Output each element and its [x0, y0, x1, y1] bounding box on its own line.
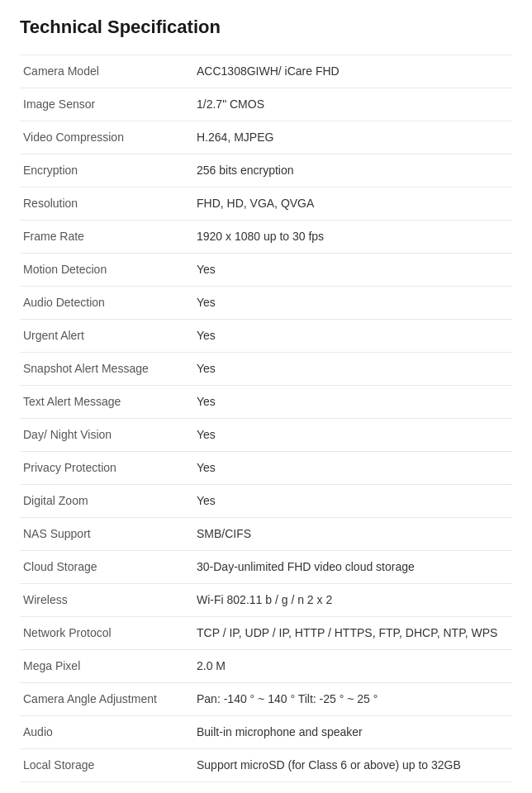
spec-label: Day/ Night Vision: [20, 419, 193, 452]
spec-label: Digital Zoom: [20, 485, 193, 518]
spec-value: H.264, MJPEG: [193, 121, 512, 154]
table-row: Dimensions & Weight80 x 80 x 80 mm³, 222…: [20, 782, 512, 794]
spec-table: Camera ModelACC1308GIWH/ iCare FHDImage …: [20, 55, 512, 793]
table-row: Video CompressionH.264, MJPEG: [20, 121, 512, 154]
spec-label: Video Compression: [20, 121, 193, 154]
spec-label: NAS Support: [20, 518, 193, 551]
spec-value: ACC1308GIWH/ iCare FHD: [193, 55, 512, 88]
spec-value: Yes: [193, 254, 512, 287]
table-row: Text Alert MessageYes: [20, 386, 512, 419]
spec-label: Privacy Protection: [20, 452, 193, 485]
table-row: Mega Pixel2.0 M: [20, 650, 512, 683]
spec-value: Built-in microphone and speaker: [193, 716, 512, 749]
spec-value: 256 bits encryption: [193, 154, 512, 188]
table-row: Camera ModelACC1308GIWH/ iCare FHD: [20, 55, 512, 88]
table-row: Camera Angle AdjustmentPan: -140 ° ~ 140…: [20, 683, 512, 716]
spec-label: Network Protocol: [20, 617, 193, 650]
spec-label: Wireless: [20, 584, 193, 617]
page-title: Technical Specification: [20, 17, 512, 38]
spec-value: SMB/CIFS: [193, 518, 512, 551]
table-row: Audio DetectionYes: [20, 287, 512, 320]
spec-value: Pan: -140 ° ~ 140 ° Tilt: -25 ° ~ 25 °: [193, 683, 512, 716]
spec-label: Audio Detection: [20, 287, 193, 320]
spec-value: 2.0 M: [193, 650, 512, 683]
spec-value: Yes: [193, 419, 512, 452]
spec-value: Support microSD (for Class 6 or above) u…: [193, 749, 512, 782]
spec-label: Dimensions & Weight: [20, 782, 193, 794]
spec-label: Cloud Storage: [20, 551, 193, 584]
table-row: Day/ Night VisionYes: [20, 419, 512, 452]
table-row: Snapshot Alert MessageYes: [20, 353, 512, 386]
spec-label: Audio: [20, 716, 193, 749]
spec-label: Motion Detecion: [20, 254, 193, 287]
table-row: AudioBuilt-in microphone and speaker: [20, 716, 512, 749]
spec-value: Yes: [193, 353, 512, 386]
spec-value: FHD, HD, VGA, QVGA: [193, 188, 512, 221]
spec-label: Camera Angle Adjustment: [20, 683, 193, 716]
spec-value: Yes: [193, 452, 512, 485]
spec-value: 1920 x 1080 up to 30 fps: [193, 221, 512, 254]
spec-label: Local Storage: [20, 749, 193, 782]
table-row: Cloud Storage30-Day-unlimited FHD video …: [20, 551, 512, 584]
spec-label: Snapshot Alert Message: [20, 353, 193, 386]
table-row: Urgent AlertYes: [20, 320, 512, 353]
spec-label: Camera Model: [20, 55, 193, 88]
spec-label: Frame Rate: [20, 221, 193, 254]
spec-label: Urgent Alert: [20, 320, 193, 353]
table-row: NAS SupportSMB/CIFS: [20, 518, 512, 551]
spec-value: 1/2.7" CMOS: [193, 88, 512, 121]
spec-label: Mega Pixel: [20, 650, 193, 683]
spec-label: Encryption: [20, 154, 193, 188]
spec-value: Yes: [193, 386, 512, 419]
spec-label: Resolution: [20, 188, 193, 221]
spec-value: Yes: [193, 320, 512, 353]
spec-label: Image Sensor: [20, 88, 193, 121]
spec-value: 80 x 80 x 80 mm³, 222 g: [193, 782, 512, 794]
table-row: Local StorageSupport microSD (for Class …: [20, 749, 512, 782]
table-row: ResolutionFHD, HD, VGA, QVGA: [20, 188, 512, 221]
spec-value: Yes: [193, 485, 512, 518]
spec-value: Wi-Fi 802.11 b / g / n 2 x 2: [193, 584, 512, 617]
table-row: Privacy ProtectionYes: [20, 452, 512, 485]
table-row: Motion DetecionYes: [20, 254, 512, 287]
spec-value: 30-Day-unlimited FHD video cloud storage: [193, 551, 512, 584]
table-row: Image Sensor1/2.7" CMOS: [20, 88, 512, 121]
spec-value: TCP / IP, UDP / IP, HTTP / HTTPS, FTP, D…: [193, 617, 512, 650]
table-row: Frame Rate1920 x 1080 up to 30 fps: [20, 221, 512, 254]
table-row: Network ProtocolTCP / IP, UDP / IP, HTTP…: [20, 617, 512, 650]
table-row: WirelessWi-Fi 802.11 b / g / n 2 x 2: [20, 584, 512, 617]
spec-value: Yes: [193, 287, 512, 320]
spec-label: Text Alert Message: [20, 386, 193, 419]
table-row: Digital ZoomYes: [20, 485, 512, 518]
table-row: Encryption256 bits encryption: [20, 154, 512, 188]
